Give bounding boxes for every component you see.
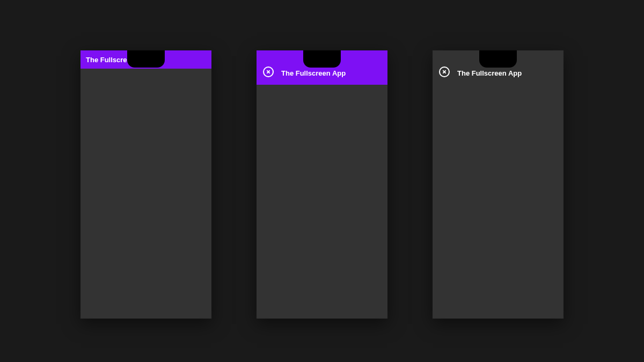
app-title: The Fullscreen	[86, 56, 129, 64]
close-circle-icon[interactable]	[439, 67, 450, 77]
device-notch	[127, 50, 165, 68]
phone-mockup-1: The Fullscreen	[80, 50, 211, 319]
phone-mockup-3: The Fullscreen App	[433, 50, 564, 319]
phone-mockup-2: The Fullscreen App	[257, 50, 387, 319]
stage: The Fullscreen The Fullscreen App The Fu…	[0, 0, 644, 362]
app-title: The Fullscreen App	[457, 69, 522, 77]
app-title: The Fullscreen App	[281, 69, 346, 77]
close-circle-icon[interactable]	[263, 67, 274, 77]
device-notch	[303, 50, 341, 68]
device-notch	[479, 50, 517, 68]
